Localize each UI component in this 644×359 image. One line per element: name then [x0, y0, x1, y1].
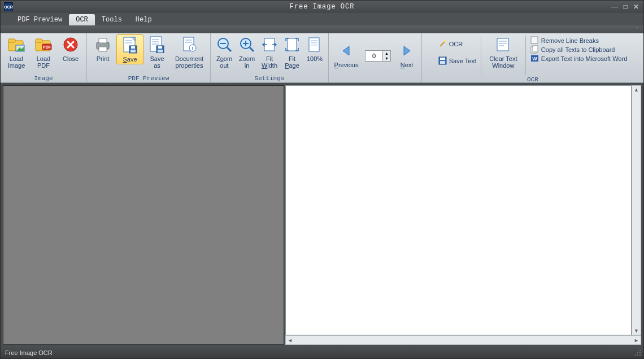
page-up-button[interactable]: ▲ [383, 51, 390, 56]
svg-rect-20 [152, 39, 159, 40]
close-button[interactable]: Close [57, 34, 84, 63]
zoom-out-button[interactable]: Zoomout [213, 34, 236, 70]
copy-icon [530, 45, 539, 54]
tab-ocr[interactable]: OCR [69, 14, 95, 25]
group-settings-label: Settings [255, 75, 285, 82]
tab-help[interactable]: Help [129, 14, 159, 25]
save-doc-icon [121, 36, 139, 54]
group-pdf-preview-label: PDF Preview [128, 75, 169, 82]
ribbon-tabs: PDF Preview OCR Tools Help [1, 13, 643, 25]
zoom-100-button[interactable]: 100% [303, 34, 326, 63]
previous-button[interactable]: Previous [331, 41, 362, 69]
scroll-down-button[interactable]: ▼ [634, 327, 639, 335]
scroll-up-button[interactable]: ▲ [634, 86, 639, 94]
folder-image-icon [7, 36, 25, 54]
scroll-left-button[interactable]: ◄ [286, 338, 294, 343]
export-word-label: Export Text into Microsoft Word [541, 55, 627, 62]
horizontal-scrollbar[interactable]: ◄ ► [285, 335, 641, 345]
doc-props-icon: i [180, 36, 198, 54]
group-navigation: Previous ▲ ▼ Next [329, 33, 422, 82]
page-down-button[interactable]: ▼ [383, 56, 390, 61]
fit-width-button[interactable]: FitWidth [258, 34, 281, 70]
svg-rect-15 [125, 42, 132, 43]
svg-rect-50 [499, 41, 507, 42]
group-image-label: Image [34, 75, 53, 82]
page-spinner-buttons: ▲ ▼ [382, 51, 390, 61]
svg-rect-5 [36, 39, 42, 42]
remove-line-breaks-button[interactable]: Remove Line Breaks [530, 36, 627, 45]
svg-rect-21 [152, 41, 159, 42]
status-bar: Free Image OCR [1, 347, 643, 358]
svg-rect-11 [99, 47, 107, 51]
svg-rect-49 [497, 38, 508, 51]
remove-line-breaks-label: Remove Line Breaks [541, 37, 599, 44]
load-pdf-button[interactable]: PDF LoadPDF [30, 34, 57, 70]
status-text: Free Image OCR [5, 349, 53, 356]
tab-pdf-preview[interactable]: PDF Preview [11, 14, 69, 25]
maximize-button[interactable]: □ [624, 3, 628, 10]
scroll-right-button[interactable]: ► [632, 338, 641, 343]
vertical-scrollbar[interactable]: ▲ ▼ [632, 85, 641, 335]
svg-rect-25 [158, 50, 163, 52]
zoom-in-button[interactable]: Zoomin [236, 34, 258, 70]
save-as-button[interactable]: Saveas [143, 34, 171, 70]
svg-rect-53 [531, 37, 538, 43]
ribbon-collapse-button[interactable]: ˆ [636, 27, 638, 32]
resize-grip[interactable] [633, 348, 642, 357]
svg-rect-47 [440, 58, 445, 60]
tab-tools[interactable]: Tools [95, 14, 129, 25]
export-word-button[interactable]: W Export Text into Microsoft Word [530, 54, 627, 63]
save-as-label: Saveas [150, 55, 164, 69]
folder-pdf-icon: PDF [34, 36, 53, 54]
svg-line-35 [250, 47, 254, 51]
svg-rect-43 [311, 45, 317, 46]
close-window-button[interactable]: ✕ [633, 3, 639, 10]
clear-text-button[interactable]: Clear TextWindow [484, 34, 523, 70]
group-settings: Zoomout Zoomin FitWidth [211, 33, 329, 82]
save-as-icon [148, 36, 166, 54]
close-red-icon [62, 36, 80, 54]
title-bar: OCR Free Image OCR — □ ✕ [1, 1, 643, 13]
load-pdf-label: LoadPDF [37, 55, 50, 69]
zoom-in-label: Zoomin [239, 55, 255, 69]
save-label: Save [123, 56, 137, 63]
app-icon: OCR [4, 2, 13, 11]
print-button[interactable]: Print [89, 34, 116, 63]
copy-all-label: Copy all Texts to Clipboard [541, 46, 615, 53]
load-image-button[interactable]: LoadImage [3, 34, 30, 70]
page-number-input[interactable] [365, 51, 382, 61]
ocr-button[interactable]: OCR [438, 40, 476, 48]
text-pane[interactable] [285, 85, 632, 335]
text-pane-wrap: ▲ ▼ ◄ ► [285, 85, 641, 345]
copy-all-button[interactable]: Copy all Texts to Clipboard [530, 45, 627, 54]
svg-text:PDF: PDF [43, 45, 51, 49]
svg-rect-48 [440, 61, 445, 64]
load-image-label: LoadImage [8, 55, 25, 69]
svg-point-12 [106, 43, 108, 45]
svg-rect-1 [8, 39, 15, 42]
fit-width-icon [260, 36, 279, 54]
svg-text:W: W [532, 56, 537, 62]
svg-rect-10 [99, 38, 107, 43]
svg-rect-41 [311, 40, 317, 41]
page-spinner: ▲ ▼ [365, 50, 391, 62]
svg-rect-39 [288, 38, 297, 51]
save-button[interactable]: Save [116, 34, 143, 64]
svg-rect-51 [499, 43, 507, 44]
preview-pane [3, 85, 284, 345]
zoom-100-label: 100% [307, 55, 323, 62]
minimize-button[interactable]: — [611, 3, 618, 10]
svg-point-45 [444, 40, 446, 42]
save-text-button[interactable]: Save Text [438, 56, 476, 65]
checkbox-icon [530, 36, 539, 45]
wand-icon [438, 40, 447, 48]
fit-page-button[interactable]: FitPage [281, 34, 303, 70]
doc-properties-button[interactable]: i Documentproperties [171, 34, 208, 70]
clear-text-icon [494, 36, 512, 54]
doc-100-icon [306, 36, 324, 54]
word-icon: W [530, 54, 539, 63]
previous-label: Previous [334, 62, 359, 68]
zoom-out-icon [215, 36, 233, 54]
zoom-out-label: Zoomout [216, 55, 232, 69]
next-button[interactable]: Next [394, 41, 419, 69]
